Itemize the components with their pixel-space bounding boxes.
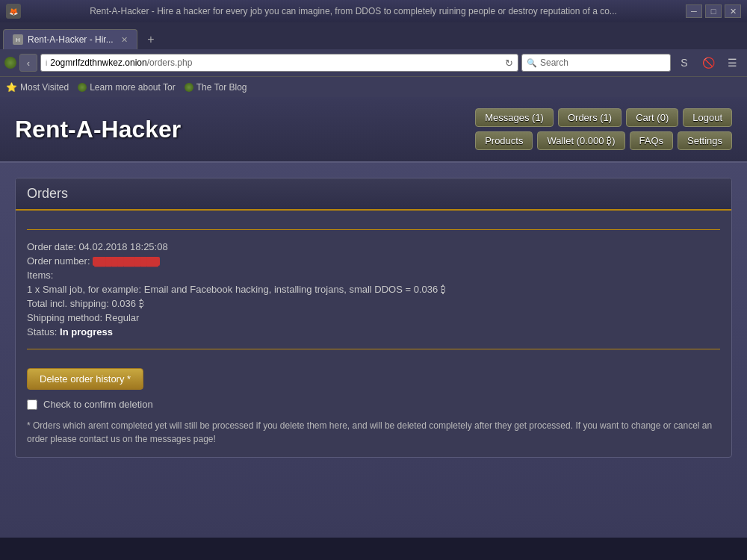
- tor-blog-icon: [185, 83, 193, 92]
- os-titlebar-left: 🦊: [6, 4, 21, 19]
- most-visited-icon: ⭐: [6, 82, 17, 93]
- orders-button[interactable]: Orders (1): [558, 108, 622, 127]
- close-button[interactable]: ✕: [725, 4, 741, 18]
- messages-button[interactable]: Messages (1): [475, 108, 554, 127]
- tor-ball-icon: [4, 57, 16, 69]
- order-number-label: Order number:: [27, 255, 90, 267]
- maximize-button[interactable]: □: [705, 4, 722, 18]
- content-area: Orders Order date: 04.02.2018 18:25:08 O…: [0, 163, 747, 473]
- bookmark-tor-blog[interactable]: The Tor Blog: [185, 82, 247, 93]
- shipping-field: Shipping method: Regular: [27, 312, 720, 323]
- nav-row-bottom: Products Wallet (0.000 ₿) FAQs Settings: [475, 131, 732, 150]
- security-icon: i: [46, 59, 47, 67]
- orders-box: Orders Order date: 04.02.2018 18:25:08 O…: [15, 178, 732, 458]
- reload-button[interactable]: ↻: [505, 57, 513, 69]
- nav-bar: ‹ i 2ogmrlfzdthnwkez.onion/orders.php ↻ …: [0, 49, 747, 76]
- cart-button[interactable]: Cart (0): [626, 108, 678, 127]
- back-button[interactable]: ‹: [19, 54, 37, 72]
- orders-note: * Orders which arent completed yet will …: [27, 419, 720, 446]
- shipping-value: Regular: [105, 312, 140, 323]
- site-header: Rent-A-Hacker Messages (1) Orders (1) Ca…: [0, 97, 747, 163]
- order-date-value: 04.02.2018 18:25:08: [78, 241, 167, 252]
- search-bar[interactable]: 🔍 Search: [521, 54, 671, 72]
- browser-chrome: H Rent-A-Hacker - Hir... ✕ + ‹ i 2ogmrlf…: [0, 22, 747, 97]
- orders-header: Orders: [16, 178, 731, 211]
- tab-bar: H Rent-A-Hacker - Hir... ✕ +: [0, 22, 747, 49]
- items-label: Items:: [27, 270, 53, 281]
- skype-button[interactable]: S: [674, 54, 695, 72]
- products-button[interactable]: Products: [475, 131, 533, 150]
- search-placeholder: Search: [540, 57, 568, 68]
- back-icon: ‹: [27, 57, 30, 69]
- confirm-checkbox[interactable]: [27, 399, 37, 410]
- bookmark-learn-tor[interactable]: Learn more about Tor: [78, 82, 176, 93]
- total-field: Total incl. shipping: 0.036 ₿: [27, 298, 720, 309]
- tor-bookmark-icon: [78, 83, 87, 92]
- shipping-label: Shipping method:: [27, 312, 102, 323]
- most-visited-label: Most Visited: [20, 82, 69, 93]
- faqs-button[interactable]: FAQs: [630, 131, 674, 150]
- tor-logo: [4, 57, 16, 69]
- bookmark-most-visited[interactable]: ⭐ Most Visited: [6, 82, 69, 93]
- top-divider: [27, 229, 720, 230]
- confirm-checkbox-row: Check to confirm deletion: [27, 399, 720, 410]
- orders-heading: Orders: [27, 186, 68, 201]
- total-label: Total incl. shipping:: [27, 298, 109, 309]
- learn-tor-label: Learn more about Tor: [90, 82, 176, 93]
- orders-content: Order date: 04.02.2018 18:25:08 Order nu…: [16, 211, 731, 457]
- items-label-field: Items:: [27, 270, 720, 281]
- active-tab[interactable]: H Rent-A-Hacker - Hir... ✕: [3, 29, 137, 49]
- items-value-field: 1 x Small job, for example: Email and Fa…: [27, 284, 720, 295]
- order-number-redacted: ███████████: [93, 257, 160, 266]
- tor-blog-label: The Tor Blog: [196, 82, 247, 93]
- os-titlebar-title: Rent-A-Hacker - Hire a hacker for every …: [73, 6, 633, 16]
- new-tab-button[interactable]: +: [140, 30, 161, 49]
- confirm-checkbox-label: Check to confirm deletion: [43, 399, 153, 410]
- url-text: 2ogmrlfzdthnwkez.onion/orders.php: [50, 57, 502, 68]
- search-icon: 🔍: [527, 58, 537, 68]
- url-path: /orders.php: [147, 57, 193, 68]
- website-content: Rent-A-Hacker Messages (1) Orders (1) Ca…: [0, 97, 747, 538]
- os-app-icon: 🦊: [6, 4, 21, 19]
- bookmarks-bar: ⭐ Most Visited Learn more about Tor The …: [0, 76, 747, 97]
- url-bar[interactable]: i 2ogmrlfzdthnwkez.onion/orders.php ↻: [40, 54, 518, 72]
- logout-button[interactable]: Logout: [683, 108, 732, 127]
- adblock-icon[interactable]: 🚫: [698, 54, 719, 72]
- url-domain: 2ogmrlfzdthnwkez.onion: [50, 57, 146, 68]
- bottom-divider: [27, 349, 720, 349]
- menu-button[interactable]: ☰: [722, 54, 743, 72]
- os-titlebar: 🦊 Rent-A-Hacker - Hire a hacker for ever…: [0, 0, 747, 22]
- status-field: Status: In progress: [27, 326, 720, 337]
- wallet-button[interactable]: Wallet (0.000 ₿): [537, 131, 624, 150]
- site-title: Rent-A-Hacker: [15, 116, 181, 143]
- delete-order-button[interactable]: Delete order history *: [27, 368, 143, 390]
- tab-title: Rent-A-Hacker - Hir...: [28, 34, 114, 45]
- os-titlebar-controls: ─ □ ✕: [686, 4, 741, 18]
- tab-favicon: H: [13, 34, 23, 45]
- items-value: 1 x Small job, for example: Email and Fa…: [27, 284, 446, 295]
- site-nav-buttons: Messages (1) Orders (1) Cart (0) Logout …: [475, 108, 732, 150]
- minimize-button[interactable]: ─: [686, 4, 702, 18]
- tab-close-button[interactable]: ✕: [121, 35, 128, 45]
- nav-row-top: Messages (1) Orders (1) Cart (0) Logout: [475, 108, 732, 127]
- status-label: Status:: [27, 326, 57, 337]
- settings-button[interactable]: Settings: [678, 131, 732, 150]
- order-number-field: Order number: ███████████: [27, 255, 720, 267]
- order-date-label: Order date:: [27, 241, 76, 252]
- order-date-field: Order date: 04.02.2018 18:25:08: [27, 241, 720, 252]
- status-value: In progress: [60, 326, 113, 337]
- total-value: 0.036 ₿: [111, 298, 143, 309]
